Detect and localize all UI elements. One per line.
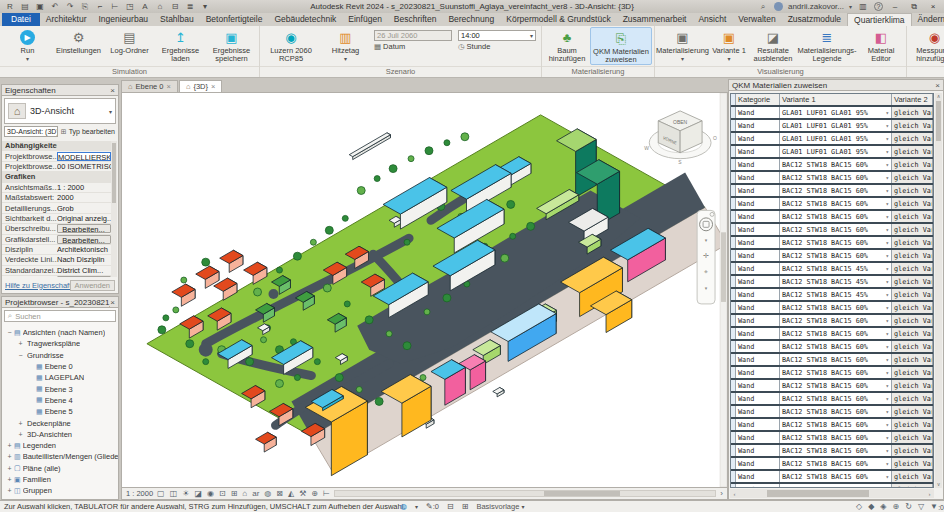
- variante1-dropdown[interactable]: BAC12 STW18 BAC15 60%▾: [780, 159, 892, 170]
- main-model-icon[interactable]: ⊞: [462, 502, 469, 511]
- variante1-dropdown[interactable]: BAC12 STW18 BAC15 60%▾: [780, 380, 892, 391]
- properties-close-icon[interactable]: ×: [110, 86, 115, 95]
- tree-item[interactable]: + ▤ Legenden: [2, 440, 118, 451]
- viewport-horizontal-scrollbar[interactable]: [334, 490, 716, 497]
- design-options-icon[interactable]: ◆: [868, 502, 874, 511]
- variante1-dropdown[interactable]: BAC12 STW18 BAC15 45%▾: [780, 289, 892, 300]
- property-row[interactable]: Detaillierungs... Grob: [2, 203, 111, 213]
- tree-item[interactable]: ▦ Ebene 5: [2, 406, 118, 417]
- variante1-dropdown[interactable]: BAC12 STW18 BAC15 60%▾: [780, 484, 892, 488]
- material-row[interactable]: Wand BAC12 STW18 BAC15 60%▾ gleich Var 1: [731, 419, 933, 432]
- tree-item[interactable]: + ◫ Gruppen: [2, 485, 118, 496]
- view-cube[interactable]: OBEN VORNE W S O: [644, 111, 717, 165]
- visual-style-icon[interactable]: ▢: [157, 489, 165, 498]
- property-row[interactable]: Überschreibu... Bearbeiten...: [2, 224, 111, 234]
- displaced-elements-icon[interactable]: ⊕: [311, 489, 318, 498]
- ribbon-tab[interactable]: Berechnung: [442, 13, 500, 26]
- tree-item[interactable]: ⧉ Revit-Verknüpfungen: [2, 496, 118, 497]
- variant-button[interactable]: ▣ Variante 1▾: [708, 27, 750, 65]
- tree-expander[interactable]: +: [5, 487, 14, 494]
- heat-day-button[interactable]: ▥ Hitzetag▾: [320, 27, 371, 65]
- variante1-dropdown[interactable]: BAC12 STW18 BAC15 60%▾: [780, 224, 892, 235]
- variante1-dropdown[interactable]: GLA01 LUF01 GLA01 95%▾: [780, 146, 892, 157]
- customize-icon[interactable]: ▾: [199, 1, 211, 12]
- search-icon[interactable]: ⌕: [757, 1, 769, 12]
- aligned-dimension-icon[interactable]: ⊢: [109, 1, 121, 12]
- user-avatar[interactable]: [774, 2, 783, 11]
- variante1-dropdown[interactable]: BAC12 STW18 BAC15 45%▾: [780, 263, 892, 274]
- variante1-dropdown[interactable]: GLA01 LUF01 GLA01 95%▾: [780, 120, 892, 131]
- material-row[interactable]: Wand BAC12 STW18 BAC15 60%▾ gleich Var 1: [731, 237, 933, 250]
- redo-icon[interactable]: ↷: [64, 1, 76, 12]
- drag-elements-icon[interactable]: ▽: [918, 502, 924, 511]
- crop-view-icon[interactable]: ⊡: [219, 489, 226, 498]
- date-input[interactable]: 26 Juli 2060: [374, 30, 452, 41]
- material-row[interactable]: Wand BAC12 STW18 BAC15 60%▾ gleich Var 1: [731, 315, 933, 328]
- variante1-dropdown[interactable]: BAC12 STW18 BAC15 45%▾: [780, 276, 892, 287]
- material-row[interactable]: Wand GLA01 LUF01 GLA01 95%▾ gleich Var 1: [731, 133, 933, 146]
- material-row[interactable]: Wand BAC12 STW18 BAC15 60%▾ gleich Var 1: [731, 406, 933, 419]
- material-row[interactable]: Wand BAC12 STW18 BAC15 60%▾ gleich Var 1: [731, 471, 933, 484]
- print-icon[interactable]: ⎘: [79, 1, 91, 12]
- help-icon[interactable]: ?: [874, 2, 883, 11]
- apply-button[interactable]: Anwenden: [70, 280, 115, 291]
- scale-control[interactable]: 1 : 2000: [126, 489, 153, 498]
- add-tree-button[interactable]: ♣ Baum hinzufügen: [544, 27, 590, 65]
- material-row[interactable]: Wand BAC12 STW18 BAC15 60%▾ gleich Var 1: [731, 302, 933, 315]
- settings-button[interactable]: ⚙ Einstellungen: [53, 27, 104, 65]
- property-row[interactable]: Verdeckte Lini... Nach Disziplin: [2, 255, 111, 265]
- lock-view-icon[interactable]: ⌂: [242, 489, 247, 498]
- material-row[interactable]: Wand GLA01 LUF01 GLA01 95%▾ gleich Var 1: [731, 120, 933, 133]
- variant-menu-arrow[interactable]: ▾: [727, 55, 730, 63]
- assign-qkm-materials-button[interactable]: ⎘ QKM Materialien zuweisen: [590, 27, 652, 65]
- select-pinned-icon[interactable]: ↻: [905, 502, 912, 511]
- run-button[interactable]: ▶ Run▾: [2, 27, 53, 65]
- variante1-dropdown[interactable]: GLA01 LUF01 GLA01 95%▾: [780, 107, 892, 118]
- worksets-dropdown-arrow[interactable]: ▾: [415, 503, 418, 510]
- tree-expander[interactable]: +: [16, 431, 25, 438]
- tree-item[interactable]: + Tragwerkspläne: [2, 338, 118, 349]
- heat-day-menu-arrow[interactable]: ▾: [344, 55, 347, 63]
- variante1-dropdown[interactable]: BAC12 STW18 BAC15 60%▾: [780, 172, 892, 183]
- material-row[interactable]: Wand BAC12 STW18 BAC15 60%▾ gleich Var 1: [731, 159, 933, 172]
- variante1-dropdown[interactable]: BAC12 STW18 BAC15 60%▾: [780, 393, 892, 404]
- materialization-legend-button[interactable]: ≣ Materialisierungs-Legende: [796, 27, 858, 65]
- tree-item[interactable]: + ▥ Bauteillisten/Mengen (Gliederung: [2, 451, 118, 462]
- material-row[interactable]: Wand BAC12 STW18 BAC15 60%▾ gleich Var 1: [731, 172, 933, 185]
- tree-item[interactable]: ▦ Ebene 0: [2, 361, 118, 372]
- view-tab-close-icon[interactable]: ×: [166, 82, 170, 91]
- ribbon-tab[interactable]: Ansicht: [692, 13, 732, 26]
- material-row[interactable]: Wand BAC12 STW18 BAC15 60%▾ gleich Var 1: [731, 198, 933, 211]
- qkm-close-icon[interactable]: ×: [935, 81, 940, 90]
- ribbon-tab[interactable]: Zusatzmodule: [782, 13, 847, 26]
- properties-scrollbar[interactable]: [111, 141, 117, 277]
- variante1-dropdown[interactable]: BAC12 STW18 BAC15 60%▾: [780, 367, 892, 378]
- variante1-dropdown[interactable]: BAC12 STW18 BAC15 60%▾: [780, 250, 892, 261]
- material-row[interactable]: Wand BAC12 STW18 BAC15 60%▾ gleich Var 1: [731, 354, 933, 367]
- property-row[interactable]: Projektbrowse... 00 ISOMETRISCH: [2, 162, 111, 172]
- variante1-dropdown[interactable]: BAC12 STW18 BAC15 60%▾: [780, 419, 892, 430]
- worksharing-icon[interactable]: ⚒: [299, 489, 306, 498]
- tree-expander[interactable]: −: [5, 329, 14, 336]
- ribbon-tab[interactable]: Betonfertigteile: [200, 13, 269, 26]
- crop-region-icon[interactable]: ⊞: [231, 489, 238, 498]
- property-row[interactable]: Disziplin Architektonisch: [2, 245, 111, 255]
- property-row[interactable]: Projektbrowse... MODELLIERSK: [2, 151, 111, 161]
- property-row[interactable]: Einstellungen ... Bearbeiten...: [2, 276, 111, 277]
- ribbon-tab[interactable]: Verwalten: [732, 13, 781, 26]
- view-tab-close-icon[interactable]: ×: [211, 82, 215, 91]
- material-row[interactable]: Wand GLA01 LUF01 GLA01 95%▾ gleich Var 1: [731, 107, 933, 120]
- variante1-dropdown[interactable]: BAC12 STW18 BAC15 60%▾: [780, 237, 892, 248]
- editable-only-indicator[interactable]: ✎:0: [426, 502, 439, 511]
- climate-scenario-button[interactable]: ◉ Luzern 2060 RCP85: [262, 27, 320, 65]
- materialization-button[interactable]: ▣ Materialisierung▾: [657, 27, 708, 65]
- text-icon[interactable]: A: [139, 1, 151, 12]
- variante1-dropdown[interactable]: BAC12 STW18 BAC15 60%▾: [780, 315, 892, 326]
- properties-help-link[interactable]: Hilfe zu Eigenschaften: [5, 281, 70, 290]
- variante1-dropdown[interactable]: BAC12 STW18 BAC15 60%▾: [780, 341, 892, 352]
- material-row[interactable]: Wand BAC12 STW18 BAC15 60%▾ gleich Var 1: [731, 211, 933, 224]
- detail-level-icon[interactable]: ◫: [170, 489, 178, 498]
- property-row[interactable]: Abhängigkeiten: [2, 141, 111, 151]
- thin-lines-icon[interactable]: ≣: [184, 1, 196, 12]
- material-editor-button[interactable]: ◧ Material Editor: [858, 27, 904, 65]
